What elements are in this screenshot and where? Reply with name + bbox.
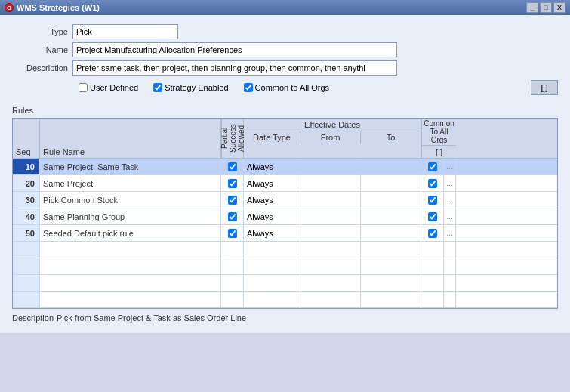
- table-row[interactable]: [13, 242, 557, 258]
- minimize-button[interactable]: _: [526, 2, 538, 13]
- app-icon: O: [5, 3, 14, 12]
- maximize-button[interactable]: □: [540, 2, 552, 13]
- td-partial[interactable]: [221, 208, 244, 224]
- td-extra: …: [444, 208, 456, 224]
- title-bar: O WMS Strategies (W1) _ □ X: [0, 0, 570, 15]
- td-date-type: [244, 258, 300, 274]
- td-from: [300, 175, 361, 191]
- td-partial[interactable]: [221, 225, 244, 241]
- td-date-type: Always: [244, 225, 300, 241]
- td-from: [300, 292, 361, 307]
- td-extra: [444, 292, 456, 307]
- table-row[interactable]: 40Same Planning GroupAlways…: [13, 208, 557, 225]
- td-to: [361, 225, 421, 241]
- type-input[interactable]: [72, 24, 178, 39]
- td-common[interactable]: [421, 159, 444, 174]
- col-header-seq: Seq: [13, 119, 40, 158]
- description-row: Description: [12, 60, 558, 76]
- table-row[interactable]: [13, 275, 557, 292]
- title-bar-buttons[interactable]: _ □ X: [526, 2, 565, 13]
- td-rule-name: [40, 292, 221, 307]
- bottom-description-row: Description Pick from Same Project & Tas…: [6, 309, 564, 327]
- td-partial[interactable]: [221, 258, 244, 274]
- td-date-type: [244, 292, 300, 307]
- partial-checkbox[interactable]: [228, 162, 237, 171]
- col-header-partial: Partial Success Allowed: [221, 119, 244, 158]
- td-seq: [13, 242, 40, 258]
- strategy-enabled-checkbox[interactable]: [153, 83, 162, 92]
- td-date-type: Always: [244, 208, 300, 224]
- td-extra: …: [444, 175, 456, 191]
- table-row[interactable]: 10Same Project, Same TaskAlways…: [13, 159, 557, 175]
- rules-section: Rules Seq Rule Name Partial Success Allo…: [6, 106, 564, 309]
- td-extra: …: [444, 225, 456, 241]
- description-input[interactable]: [72, 60, 397, 76]
- td-partial[interactable]: [221, 192, 244, 208]
- td-partial[interactable]: [221, 242, 244, 258]
- td-common[interactable]: [421, 275, 444, 291]
- common-all-orgs-checkbox[interactable]: [244, 83, 253, 92]
- effective-dates-group: Effective Dates Date Type From To: [244, 119, 421, 158]
- table-row[interactable]: [13, 292, 557, 308]
- partial-checkbox[interactable]: [228, 212, 237, 221]
- type-label: Type: [12, 27, 72, 36]
- partial-checkbox[interactable]: [228, 179, 237, 188]
- td-to: [361, 192, 421, 208]
- header-bracket-button[interactable]: [ ]: [531, 80, 558, 95]
- td-seq: [13, 292, 40, 307]
- td-common[interactable]: [421, 208, 444, 224]
- td-date-type: [244, 275, 300, 291]
- strategy-enabled-label: Strategy Enabled: [165, 83, 228, 92]
- close-button[interactable]: X: [553, 2, 565, 13]
- table-row[interactable]: 50Seeded Default pick ruleAlways…: [13, 225, 557, 242]
- td-from: [300, 159, 361, 174]
- description-label: Description: [12, 63, 72, 73]
- rules-table: Seq Rule Name Partial Success Allowed Ef…: [12, 118, 558, 309]
- td-rule-name: Pick Common Stock: [40, 192, 221, 208]
- td-seq: 10: [13, 159, 40, 174]
- col-scroll: [456, 119, 468, 158]
- td-to: [361, 175, 421, 191]
- common-checkbox[interactable]: [428, 179, 437, 188]
- td-extra: [444, 242, 456, 258]
- name-input[interactable]: [72, 42, 397, 57]
- td-extra: [444, 258, 456, 274]
- td-partial[interactable]: [221, 159, 244, 174]
- table-row[interactable]: [13, 258, 557, 275]
- td-rule-name: Seeded Default pick rule: [40, 225, 221, 241]
- partial-checkbox[interactable]: [228, 196, 237, 205]
- common-all-orgs-checkbox-item: Common to All Orgs: [244, 83, 329, 92]
- td-seq: [13, 258, 40, 274]
- rules-label: Rules: [12, 106, 558, 115]
- table-row[interactable]: 20Same ProjectAlways…: [13, 175, 557, 192]
- title-bar-left: O WMS Strategies (W1): [5, 3, 100, 12]
- common-checkbox[interactable]: [428, 229, 437, 238]
- td-from: [300, 225, 361, 241]
- name-label: Name: [12, 45, 72, 54]
- td-rule-name: Same Project: [40, 175, 221, 191]
- td-seq: 50: [13, 225, 40, 241]
- td-common[interactable]: [421, 225, 444, 241]
- window-title: WMS Strategies (W1): [17, 3, 100, 12]
- common-checkbox[interactable]: [428, 196, 437, 205]
- td-common[interactable]: [421, 242, 444, 258]
- common-checkbox[interactable]: [428, 212, 437, 221]
- td-from: [300, 208, 361, 224]
- td-common[interactable]: [421, 192, 444, 208]
- td-partial[interactable]: [221, 275, 244, 291]
- user-defined-label: User Defined: [90, 83, 138, 92]
- td-common[interactable]: [421, 175, 444, 191]
- td-date-type: [244, 242, 300, 258]
- common-checkbox[interactable]: [428, 162, 437, 171]
- td-common[interactable]: [421, 292, 444, 307]
- table-row[interactable]: 30Pick Common StockAlways…: [13, 192, 557, 208]
- col-header-to: To: [361, 131, 421, 144]
- partial-checkbox[interactable]: [228, 229, 237, 238]
- td-rule-name: [40, 275, 221, 291]
- user-defined-checkbox[interactable]: [79, 83, 88, 92]
- name-row: Name: [12, 42, 558, 57]
- td-partial[interactable]: [221, 175, 244, 191]
- td-common[interactable]: [421, 258, 444, 274]
- td-partial[interactable]: [221, 292, 244, 307]
- checkboxes-row: User Defined Strategy Enabled Common to …: [79, 80, 558, 95]
